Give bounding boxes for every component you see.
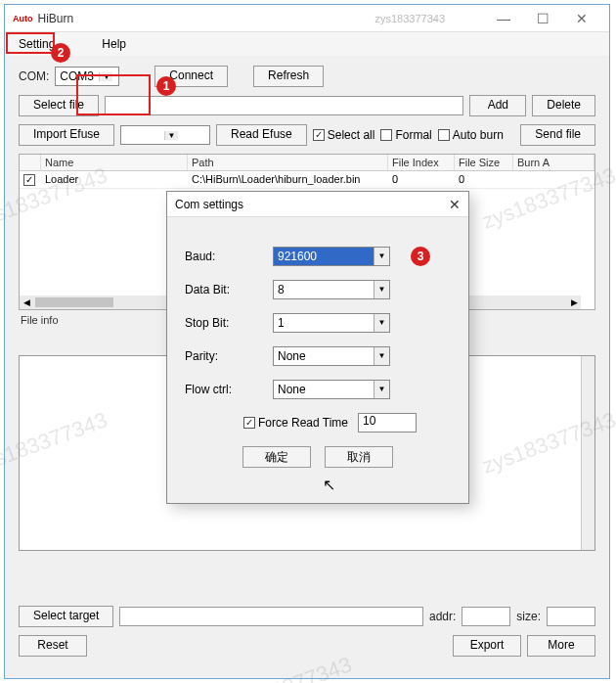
scroll-right-icon[interactable]: ▶ (567, 297, 581, 307)
baud-label: Baud: (185, 250, 273, 263)
addr-input[interactable] (462, 607, 510, 626)
chevron-down-icon: ▼ (164, 131, 178, 140)
import-efuse-button[interactable]: Import Efuse (19, 124, 114, 146)
stopbit-select[interactable]: 1 ▼ (273, 313, 390, 333)
dialog-close-button[interactable]: ✕ (449, 197, 461, 212)
com-label: COM: (19, 69, 49, 83)
com-settings-dialog: Com settings ✕ Baud: 921600 ▼ Data Bit: … (166, 191, 469, 504)
databit-value: 8 (274, 281, 374, 298)
reset-button[interactable]: Reset (19, 635, 87, 657)
flow-value: None (274, 381, 374, 398)
force-read-input[interactable]: 10 (358, 413, 417, 433)
table-row[interactable]: ✓ Loader C:\HiBurn\Loader\hiburn_loader.… (20, 171, 594, 189)
select-target-button[interactable]: Select target (19, 606, 113, 627)
close-button[interactable]: ✕ (562, 5, 601, 32)
delete-button[interactable]: Delete (532, 95, 595, 116)
parity-value: None (274, 347, 374, 365)
th-file-size[interactable]: File Size (455, 155, 513, 170)
menubar: Setting Help (5, 32, 609, 56)
target-input[interactable] (119, 607, 423, 626)
more-button[interactable]: More (527, 635, 595, 657)
dialog-titlebar: Com settings ✕ (167, 192, 468, 217)
refresh-button[interactable]: Refresh (253, 66, 324, 87)
file-path-input[interactable] (105, 96, 463, 115)
stopbit-value: 1 (274, 314, 374, 332)
send-file-button[interactable]: Send file (520, 124, 595, 146)
databit-label: Data Bit: (185, 283, 273, 296)
table-header: Name Path File Index File Size Burn A (20, 155, 594, 171)
chevron-down-icon: ▼ (374, 314, 389, 332)
add-button[interactable]: Add (469, 95, 526, 116)
cell-file-index: 0 (388, 171, 455, 188)
dialog-cancel-button[interactable]: 取消 (325, 446, 393, 468)
formal-checkbox[interactable]: Formal (380, 128, 431, 142)
stopbit-label: Stop Bit: (185, 316, 273, 330)
baud-select[interactable]: 921600 ▼ (273, 247, 390, 266)
cell-file-size: 0 (455, 171, 513, 188)
force-read-checkbox[interactable]: ✓Force Read Time (243, 416, 348, 430)
titlebar: Auto HiBurn zys183377343 — ☐ ✕ (5, 5, 609, 32)
menu-help[interactable]: Help (94, 35, 134, 53)
size-input[interactable] (547, 607, 595, 626)
flow-select[interactable]: None ▼ (273, 380, 390, 399)
th-file-index[interactable]: File Index (388, 155, 455, 170)
bottom-bar: Select target addr: size: Reset Export M… (19, 606, 595, 664)
baud-value: 921600 (274, 248, 374, 265)
th-burn-a[interactable]: Burn A (513, 155, 594, 170)
read-efuse-button[interactable]: Read Efuse (216, 124, 307, 146)
parity-label: Parity: (185, 349, 273, 363)
cell-burn-a (513, 171, 594, 188)
dialog-title: Com settings (175, 198, 449, 211)
cell-path: C:\HiBurn\Loader\hiburn_loader.bin (188, 171, 388, 188)
menu-setting[interactable]: Setting (11, 35, 63, 53)
row-checkbox[interactable]: ✓ (23, 174, 35, 186)
chevron-down-icon: ▼ (374, 381, 389, 398)
auto-burn-checkbox[interactable]: Auto burn (438, 128, 504, 142)
flow-label: Flow ctrl: (185, 383, 273, 396)
chevron-down-icon: ▼ (99, 72, 112, 81)
addr-label: addr: (429, 610, 456, 623)
cell-name: Loader (41, 171, 188, 188)
vertical-scrollbar[interactable] (581, 356, 594, 550)
maximize-button[interactable]: ☐ (523, 5, 562, 32)
th-check[interactable] (20, 155, 41, 170)
efuse-select[interactable]: ▼ (120, 125, 210, 145)
parity-select[interactable]: None ▼ (273, 346, 390, 366)
select-file-button[interactable]: Select file (19, 95, 99, 116)
window-title: HiBurn (38, 12, 375, 25)
export-button[interactable]: Export (453, 635, 521, 657)
select-all-checkbox[interactable]: ✓Select all (313, 128, 375, 142)
minimize-button[interactable]: — (484, 5, 523, 32)
th-path[interactable]: Path (188, 155, 388, 170)
connect-button[interactable]: Connect (154, 66, 228, 87)
scroll-thumb[interactable] (35, 297, 113, 307)
databit-select[interactable]: 8 ▼ (273, 280, 390, 299)
th-name[interactable]: Name (41, 155, 188, 170)
size-label: size: (516, 610, 541, 623)
chevron-down-icon: ▼ (374, 248, 389, 265)
chevron-down-icon: ▼ (374, 281, 389, 298)
watermark-title: zys183377343 (374, 13, 445, 24)
com-select[interactable]: COM3 ▼ (55, 67, 119, 86)
app-logo: Auto (13, 14, 33, 23)
dialog-ok-button[interactable]: 确定 (242, 446, 311, 468)
scroll-left-icon[interactable]: ◀ (20, 297, 33, 307)
chevron-down-icon: ▼ (374, 347, 389, 365)
com-value: COM3 (60, 69, 99, 83)
